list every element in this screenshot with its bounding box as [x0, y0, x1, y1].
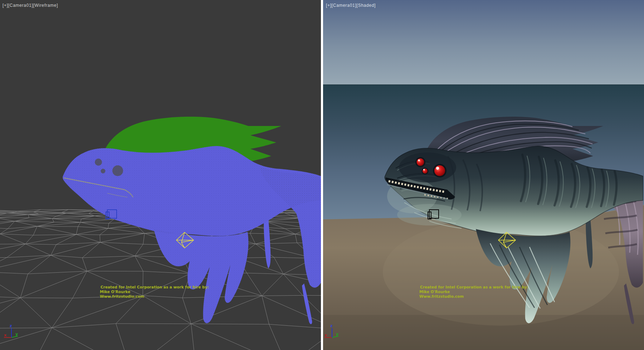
- viewport-split-stage: Created for Intel Corporation as a work …: [0, 0, 644, 350]
- axis-x-label: x: [4, 333, 6, 337]
- axis-y-label: y: [15, 332, 18, 336]
- viewport-label-shaded[interactable]: [+][Camera01][Shaded]: [326, 3, 376, 8]
- credit-line-1: Created for Intel Corporation as a work …: [420, 285, 528, 289]
- credit-line-1: Created for Intel Corporation as a work …: [101, 285, 209, 289]
- viewport-divider[interactable]: [321, 0, 323, 350]
- credit-line-3: Www.fritzstudio.com: [100, 294, 144, 298]
- axis-z-label: z: [10, 324, 12, 328]
- credit-line-2: Mike O'Rourke: [100, 290, 130, 294]
- viewport-label-wireframe[interactable]: [+][Camera01][Wireframe]: [3, 3, 58, 8]
- sky: [323, 0, 644, 85]
- axis-y-label: y: [336, 332, 338, 336]
- axis-x-label: x: [325, 333, 327, 337]
- credit-line-3: Www.fritzstudio.com: [419, 294, 464, 298]
- credit-line-2: Mike O'Rourke: [419, 290, 450, 294]
- axis-z-label: z: [330, 324, 332, 328]
- viewport-shaded[interactable]: Created for Intel Corporation as a work …: [323, 0, 644, 350]
